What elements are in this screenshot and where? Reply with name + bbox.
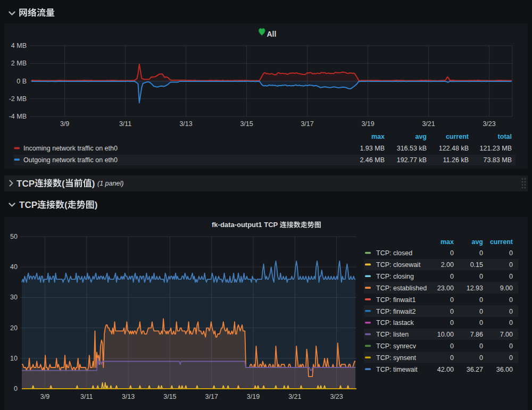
svg-text:fk-data-output1 TCP: fk-data-output1 TCP	[212, 221, 278, 229]
svg-text:): )	[95, 200, 98, 210]
svg-text:): )	[92, 179, 95, 189]
svg-text:(: (	[64, 200, 68, 210]
svg-text:(1 panel): (1 panel)	[97, 180, 123, 187]
svg-text:(: (	[62, 179, 65, 189]
svg-text:TCP: TCP	[19, 200, 37, 210]
svg-text:TCP: TCP	[16, 179, 35, 189]
